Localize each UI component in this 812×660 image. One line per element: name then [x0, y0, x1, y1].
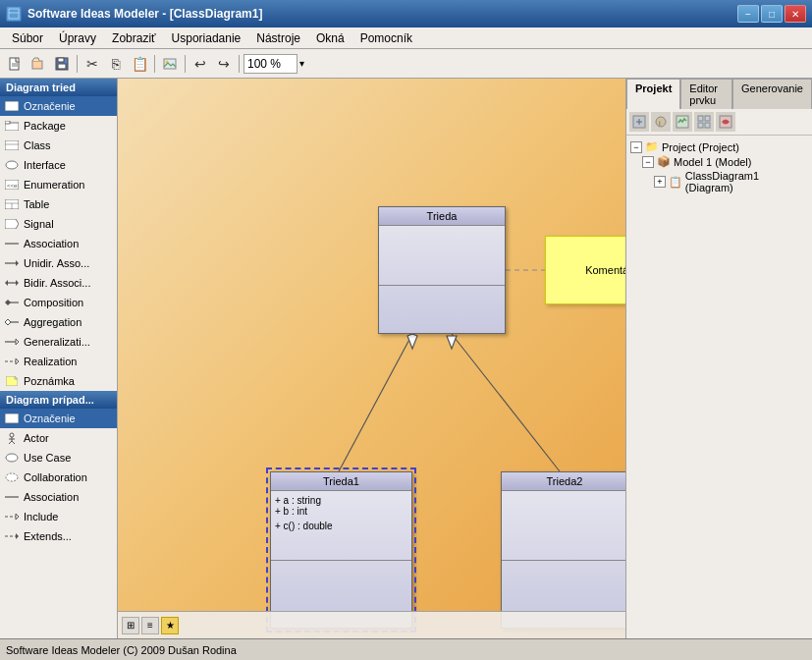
svg-text:<<e>>: <<e>>	[7, 183, 19, 189]
right-tool-5[interactable]	[716, 112, 735, 132]
panel-header-tried[interactable]: Diagram tried	[0, 79, 117, 96]
tree-item-project[interactable]: − 📁 Project (Project)	[630, 139, 808, 154]
tree-expand-model[interactable]: −	[642, 156, 654, 168]
generalizati-icon	[4, 334, 20, 350]
enumeration-label: Enumeration	[24, 179, 84, 191]
sidebar-item-actor[interactable]: Actor	[0, 428, 117, 448]
svg-point-41	[10, 433, 14, 437]
svg-line-56	[452, 334, 560, 471]
uml-class-trieda[interactable]: Trieda	[378, 206, 506, 334]
menu-upravy[interactable]: Úpravy	[51, 29, 104, 47]
svg-marker-34	[16, 339, 19, 345]
model-icon: 📦	[657, 155, 671, 168]
trieda-title: Trieda	[379, 207, 505, 226]
uml-class-trieda1[interactable]: Trieda1 + a : string + b : int + c() : d…	[270, 471, 412, 629]
sidebar-item-unidir[interactable]: Unidir. Asso...	[0, 253, 117, 273]
paste-button[interactable]: 📋	[129, 53, 150, 75]
canvas-bottom-toolbar: ⊞ ≡ ★	[118, 611, 625, 638]
sidebar-item-table[interactable]: Table	[0, 194, 117, 214]
interface-icon	[4, 157, 20, 173]
open-button[interactable]	[27, 53, 49, 75]
tree-expand-diagram[interactable]: +	[654, 176, 666, 188]
right-tabs: Projekt Editor prvku Generovanie	[626, 79, 812, 109]
toolbar: ✂ ⎘ 📋 ↩ ↪ ▾	[0, 49, 812, 79]
sidebar-item-include[interactable]: Include	[0, 507, 117, 526]
panel-header-pripad[interactable]: Diagram prípad...	[0, 391, 117, 409]
sidebar-item-interface[interactable]: Interface	[0, 155, 117, 175]
sidebar-item-enumeration[interactable]: <<e>> Enumeration	[0, 175, 117, 194]
canvas-tool-star[interactable]: ★	[161, 617, 179, 634]
sidebar-item-realization[interactable]: Realization	[0, 352, 117, 371]
package-icon	[4, 118, 20, 134]
right-tool-2[interactable]: i	[651, 112, 671, 132]
oznacenie2-label: Označenie	[24, 412, 76, 424]
sidebar-item-composition[interactable]: Composition	[0, 293, 117, 312]
canvas-area[interactable]: Trieda Komentár Trieda1 + a : string + b…	[118, 79, 625, 638]
right-tool-3[interactable]	[673, 112, 692, 132]
sidebar-item-package[interactable]: Package	[0, 116, 117, 136]
copy-button[interactable]: ⎘	[105, 53, 127, 75]
sidebar-item-oznacenie2[interactable]: Označenie	[0, 409, 117, 428]
tree-model-label: Model 1 (Model)	[674, 156, 751, 168]
trieda1-attr-c: + c() : double	[275, 521, 407, 531]
sidebar-item-extends[interactable]: Extends...	[0, 526, 117, 546]
menu-subor[interactable]: Súbor	[4, 29, 51, 47]
cut-button[interactable]: ✂	[81, 53, 103, 75]
menu-usporiadanie[interactable]: Usporiadanie	[164, 29, 249, 47]
sidebar-item-collaboration[interactable]: Collaboration	[0, 468, 117, 487]
svg-marker-36	[16, 358, 19, 364]
new-button[interactable]	[4, 53, 26, 75]
sidebar-item-association2[interactable]: Association	[0, 487, 117, 507]
minimize-button[interactable]: −	[737, 5, 759, 23]
sidebar-item-class[interactable]: Class	[0, 136, 117, 155]
right-tool-4[interactable]	[694, 112, 714, 132]
canvas-tool-grid[interactable]: ⊞	[122, 617, 139, 634]
tab-projekt[interactable]: Projekt	[626, 79, 680, 109]
sidebar-item-use-case[interactable]: Use Case	[0, 448, 117, 468]
composition-label: Composition	[24, 297, 83, 308]
tree-item-model[interactable]: − 📦 Model 1 (Model)	[642, 154, 808, 169]
tree-item-diagram[interactable]: + 📋 ClassDiagram1 (Diagram)	[654, 169, 808, 194]
undo-button[interactable]: ↩	[189, 53, 211, 75]
zoom-input[interactable]	[244, 54, 298, 74]
sidebar-item-poznamka[interactable]: Poznámka	[0, 371, 117, 391]
uml-class-trieda2[interactable]: Trieda2	[501, 471, 625, 629]
tree-project-label: Project (Project)	[662, 141, 739, 153]
svg-rect-8	[58, 64, 66, 69]
right-tool-1[interactable]	[629, 112, 649, 132]
tab-editor-prvku[interactable]: Editor prvku	[680, 79, 732, 109]
right-toolbar: i	[626, 109, 812, 136]
tab-generovanie[interactable]: Generovanie	[732, 79, 812, 109]
zoom-dropdown-arrow[interactable]: ▾	[299, 58, 304, 69]
svg-point-46	[6, 454, 18, 462]
oznacenie2-icon	[4, 411, 20, 426]
menu-zobrazit[interactable]: Zobraziť	[104, 29, 164, 47]
sidebar-item-generalizati[interactable]: Generalizati...	[0, 332, 117, 352]
image-button[interactable]	[159, 53, 181, 75]
menu-pomocnik[interactable]: Pomocník	[352, 29, 420, 47]
sidebar-item-association[interactable]: Association	[0, 234, 117, 253]
tree-expand-project[interactable]: −	[630, 141, 642, 153]
sidebar-item-signal[interactable]: Signal	[0, 214, 117, 234]
trieda2-attributes	[502, 491, 625, 560]
trieda1-attr-a: + a : string	[275, 495, 407, 506]
sidebar-item-bidir[interactable]: Bidir. Associ...	[0, 273, 117, 293]
uml-comment-komentar[interactable]: Komentár	[545, 236, 625, 304]
menu-okna[interactable]: Okná	[308, 29, 352, 47]
actor-label: Actor	[24, 432, 49, 444]
svg-marker-25	[16, 260, 19, 266]
tree-indent-diagram: + 📋 ClassDiagram1 (Diagram)	[642, 169, 808, 194]
save-button[interactable]	[51, 53, 73, 75]
maximize-button[interactable]: □	[761, 5, 783, 23]
title-bar: Software Ideas Modeler - [ClassDiagram1]…	[0, 0, 812, 28]
menu-nastroje[interactable]: Nástroje	[248, 29, 308, 47]
redo-button[interactable]: ↪	[213, 53, 235, 75]
table-icon	[4, 196, 20, 212]
unidir-icon	[4, 255, 20, 271]
canvas-tool-list[interactable]: ≡	[141, 617, 159, 634]
svg-rect-14	[5, 140, 19, 150]
sidebar-item-aggregation[interactable]: Aggregation	[0, 312, 117, 332]
close-button[interactable]: ✕	[785, 5, 806, 23]
sidebar-item-oznacenie1[interactable]: Označenie	[0, 96, 117, 116]
toolbar-sep-2	[154, 55, 155, 73]
